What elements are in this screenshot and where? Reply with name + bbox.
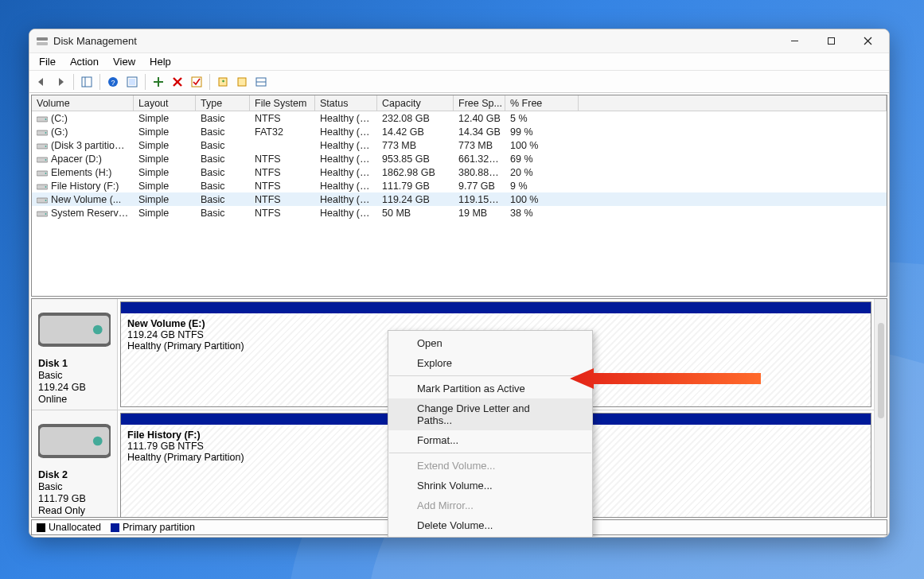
toolbar-separator	[209, 74, 210, 90]
context-menu: OpenExploreMark Partition as ActiveChang…	[388, 330, 593, 538]
new-icon[interactable]	[214, 73, 232, 91]
menu-help[interactable]: Help	[143, 55, 177, 68]
toolbar-separator	[145, 74, 146, 90]
close-button[interactable]	[849, 29, 886, 53]
drive-icon	[37, 182, 48, 190]
legend-unallocated: Unallocated	[37, 522, 101, 533]
svg-rect-11	[129, 79, 135, 85]
volume-row[interactable]: Elements (H:)SimpleBasicNTFSHealthy (B..…	[32, 165, 887, 179]
delete-icon[interactable]	[169, 73, 186, 91]
col-spare[interactable]	[579, 95, 887, 111]
context-menu-item[interactable]: Delete Volume...	[388, 515, 592, 535]
disk-icon	[38, 347, 111, 358]
window-title: Disk Management	[53, 35, 776, 47]
menu-view[interactable]: View	[107, 55, 142, 68]
svg-rect-18	[238, 78, 246, 86]
drive-icon	[37, 209, 48, 217]
context-menu-separator	[389, 375, 591, 376]
col-type[interactable]: Type	[196, 95, 250, 111]
layout-icon[interactable]	[252, 73, 270, 91]
drive-icon	[37, 169, 48, 177]
properties-icon[interactable]	[233, 73, 251, 91]
toolbar-separator	[99, 74, 100, 90]
svg-rect-3	[828, 38, 834, 45]
svg-point-22	[45, 119, 47, 120]
legend-primary: Primary partition	[111, 522, 195, 533]
refresh-icon[interactable]	[150, 73, 167, 91]
context-menu-item[interactable]: Mark Partition as Active	[388, 379, 592, 398]
menubar: File Action View Help	[29, 53, 889, 71]
svg-rect-16	[192, 77, 201, 87]
minimize-button[interactable]	[776, 29, 813, 53]
col-layout[interactable]: Layout	[134, 95, 196, 111]
context-menu-item[interactable]: Change Drive Letter and Paths...	[388, 398, 592, 430]
volume-row[interactable]: (G:)SimpleBasicFAT32Healthy (B...14.42 G…	[32, 125, 887, 138]
svg-rect-1	[37, 42, 48, 45]
svg-text:?: ?	[111, 78, 115, 86]
disk-management-window: Disk Management File Action View Help ? …	[29, 29, 890, 538]
col-filesystem[interactable]: File System	[250, 95, 315, 111]
volume-list-body[interactable]: (C:)SimpleBasicNTFSHealthy (B...232.08 G…	[32, 111, 887, 296]
drive-icon	[37, 155, 48, 163]
context-menu-item[interactable]: Explore	[388, 353, 592, 373]
col-pctfree[interactable]: % Free	[505, 95, 579, 111]
menu-file[interactable]: File	[33, 55, 62, 68]
volume-list-pane: Volume Layout Type File System Status Ca…	[31, 95, 887, 297]
show-hide-console-tree-icon[interactable]	[78, 73, 96, 91]
drive-icon	[37, 142, 48, 150]
drive-icon	[37, 115, 48, 122]
col-volume[interactable]: Volume	[32, 95, 134, 111]
col-status[interactable]: Status	[315, 95, 377, 111]
svg-point-38	[93, 325, 103, 335]
app-icon	[36, 35, 49, 48]
volume-row[interactable]: File History (F:)SimpleBasicNTFSHealthy …	[32, 179, 887, 192]
scrollbar-thumb[interactable]	[878, 323, 884, 418]
toolbar-separator	[73, 74, 74, 90]
disk-icon	[38, 458, 111, 469]
svg-point-32	[45, 186, 47, 188]
col-capacity[interactable]: Capacity	[377, 95, 454, 111]
settings-icon[interactable]	[123, 73, 141, 91]
maximize-button[interactable]	[813, 29, 849, 53]
context-menu-item[interactable]: Format...	[388, 430, 592, 450]
svg-point-40	[93, 437, 103, 446]
context-menu-separator	[389, 453, 591, 453]
context-menu-item: Add Mirror...	[388, 495, 592, 515]
volume-row[interactable]: (C:)SimpleBasicNTFSHealthy (B...232.08 G…	[32, 111, 887, 125]
svg-rect-6	[82, 77, 92, 87]
disk-info[interactable]: Disk 1Basic119.24 GBOnline	[32, 299, 118, 410]
context-menu-item[interactable]: Shrink Volume...	[388, 476, 592, 495]
help-icon[interactable]: ?	[104, 73, 122, 91]
svg-point-26	[45, 146, 47, 147]
col-freespace[interactable]: Free Sp...	[454, 95, 505, 111]
svg-rect-17	[219, 78, 227, 86]
drive-icon	[37, 196, 48, 204]
svg-point-36	[45, 213, 47, 215]
svg-point-30	[45, 173, 47, 174]
forward-button[interactable]	[52, 73, 69, 91]
volume-list-header: Volume Layout Type File System Status Ca…	[32, 95, 887, 111]
menu-action[interactable]: Action	[64, 55, 105, 68]
checkmark-icon[interactable]	[188, 73, 205, 91]
disk-info[interactable]: Disk 2Basic111.79 GBRead Only	[32, 410, 118, 517]
svg-rect-0	[37, 37, 48, 41]
context-menu-item[interactable]: Open	[388, 333, 592, 353]
drive-icon	[37, 128, 48, 136]
svg-point-34	[45, 200, 47, 201]
back-button[interactable]	[33, 73, 50, 91]
volume-row[interactable]: System ReservedSimpleBasicNTFSHealthy (S…	[32, 206, 887, 220]
svg-rect-13	[158, 77, 159, 87]
toolbar: ?	[29, 71, 889, 93]
titlebar: Disk Management	[29, 29, 889, 53]
vertical-scrollbar[interactable]	[874, 299, 887, 517]
volume-row[interactable]: New Volume (...SimpleBasicNTFSHealthy (P…	[32, 192, 887, 206]
volume-row[interactable]: (Disk 3 partition 3)SimpleBasicHealthy (…	[32, 138, 887, 152]
volume-row[interactable]: Apacer (D:)SimpleBasicNTFSHealthy (B...9…	[32, 152, 887, 165]
svg-point-28	[45, 159, 47, 161]
context-menu-item: Extend Volume...	[388, 456, 592, 476]
svg-point-24	[45, 132, 47, 134]
